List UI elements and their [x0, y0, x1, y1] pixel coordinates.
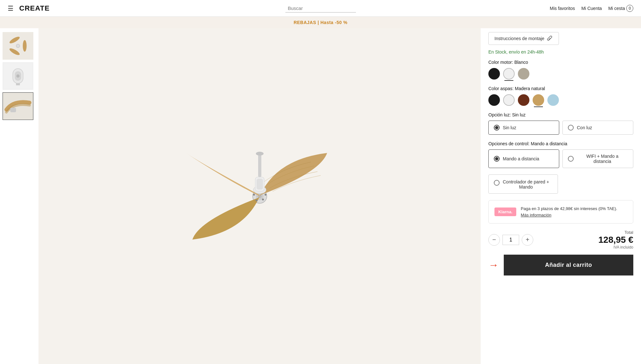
control-option-pared[interactable]: Controlador de pared +Mando — [488, 174, 558, 194]
thumbnail-2[interactable] — [3, 62, 33, 90]
svg-point-18 — [265, 194, 266, 196]
motor-swatch-blanco[interactable] — [503, 68, 515, 80]
header-nav: Mis favoritos Mi Cuenta Mi cesta 0 — [550, 5, 633, 12]
banner-text: REBAJAS | Hasta -50 % — [294, 20, 348, 25]
cart-link[interactable]: Mi cesta 0 — [608, 5, 633, 12]
stock-status: En Stock, envío en 24h-48h — [488, 49, 633, 55]
menu-icon[interactable]: ☰ — [8, 4, 13, 12]
account-link[interactable]: Mi Cuenta — [581, 6, 602, 11]
cart-label: Mi cesta — [608, 6, 625, 11]
total-label: Total — [598, 230, 633, 235]
svg-point-3 — [23, 40, 27, 52]
svg-rect-10 — [16, 83, 20, 85]
fan-svg — [167, 127, 353, 265]
arrow-icon: → — [488, 259, 499, 271]
thumbnail-3[interactable] — [3, 92, 33, 120]
con-luz-label: Con luz — [577, 125, 592, 130]
motor-swatch-gris[interactable] — [518, 68, 529, 80]
klarna-description: Paga en 3 plazos de 42,98€ sin intereses… — [521, 206, 617, 211]
add-to-cart-row: → Añadir al carrito — [488, 255, 633, 275]
logo: CREATE — [19, 4, 50, 13]
aspas-color-swatches — [488, 94, 633, 106]
total-tax: IVA incluido — [598, 245, 633, 250]
klarna-text: Paga en 3 plazos de 42,98€ sin intereses… — [521, 206, 617, 218]
aspas-swatch-blanco[interactable] — [503, 94, 515, 106]
svg-point-19 — [262, 199, 264, 200]
svg-point-26 — [256, 152, 264, 156]
quantity-input[interactable] — [502, 235, 519, 245]
motor-color-label: Color motor: Blanco — [488, 60, 633, 65]
wifi-label: WIFI + Mando a distancia — [577, 154, 628, 164]
thumb-image-3 — [4, 94, 32, 119]
thumbnail-1[interactable] — [3, 32, 33, 60]
aspas-swatch-azul[interactable] — [547, 94, 559, 106]
aspas-swatch-caoba[interactable] — [518, 94, 529, 106]
aspas-color-label: Color aspas: Madera natural — [488, 86, 633, 91]
quantity-controls: − + — [488, 234, 533, 246]
radio-pared — [494, 180, 500, 186]
wrench-icon — [547, 36, 553, 41]
svg-rect-12 — [10, 108, 16, 112]
mando-label: Mando a distancia — [503, 156, 539, 161]
control-options-row2: Controlador de pared +Mando — [488, 174, 633, 194]
total-area: Total 128,95 € IVA incluido — [598, 230, 633, 250]
thumb-image-2 — [4, 63, 32, 89]
header: ☰ CREATE Mis favoritos Mi Cuenta Mi cest… — [0, 0, 641, 17]
quantity-decrease-button[interactable]: − — [488, 234, 500, 246]
thumbnail-list — [0, 28, 38, 364]
radio-sin-luz — [494, 125, 500, 131]
svg-point-21 — [253, 194, 255, 196]
motor-color-swatches — [488, 68, 633, 80]
klarna-section: Klarna. Paga en 3 plazos de 42,98€ sin i… — [488, 200, 633, 224]
klarna-link[interactable]: Más información — [521, 213, 551, 217]
aspas-swatch-negro[interactable] — [488, 94, 500, 106]
control-options-row1: Mando a distancia WIFI + Mando a distanc… — [488, 149, 633, 168]
promo-banner: REBAJAS | Hasta -50 % — [0, 17, 641, 28]
favorites-link[interactable]: Mis favoritos — [550, 6, 575, 11]
pared-label: Controlador de pared +Mando — [503, 179, 549, 190]
search-input[interactable] — [285, 4, 356, 13]
main-product-image — [38, 28, 481, 364]
product-options-panel: Instrucciones de montaje En Stock, envío… — [481, 28, 641, 364]
total-price: 128,95 € — [598, 235, 633, 245]
control-label: Opciones de control: Mando a distancia — [488, 141, 633, 146]
add-to-cart-button[interactable]: Añadir al carrito — [504, 255, 633, 275]
svg-point-20 — [256, 199, 257, 201]
control-option-mando[interactable]: Mando a distancia — [488, 149, 559, 168]
buy-row: − + Total 128,95 € IVA incluido — [488, 230, 633, 250]
main-content: Instrucciones de montaje En Stock, envío… — [0, 28, 641, 364]
luz-options: Sin luz Con luz — [488, 121, 633, 135]
quantity-increase-button[interactable]: + — [522, 234, 533, 246]
radio-mando — [494, 156, 500, 162]
radio-con-luz — [568, 125, 574, 131]
klarna-logo: Klarna. — [494, 207, 516, 216]
luz-option-con-luz[interactable]: Con luz — [562, 121, 633, 135]
radio-wifi — [568, 156, 574, 162]
luz-label: Opción luz: Sin luz — [488, 112, 633, 117]
motor-swatch-negro[interactable] — [488, 68, 500, 80]
thumb-image-1 — [4, 33, 32, 58]
search-container — [285, 4, 356, 13]
cart-badge: 0 — [626, 5, 633, 12]
sin-luz-label: Sin luz — [503, 125, 516, 130]
instructions-label: Instrucciones de montaje — [494, 36, 544, 41]
svg-point-9 — [16, 74, 20, 78]
instructions-button[interactable]: Instrucciones de montaje — [488, 32, 559, 45]
svg-rect-24 — [257, 179, 263, 190]
luz-option-sin-luz[interactable]: Sin luz — [488, 121, 559, 135]
control-option-wifi[interactable]: WIFI + Mando a distancia — [562, 149, 633, 168]
aspas-swatch-natural[interactable] — [533, 94, 544, 106]
svg-rect-25 — [258, 153, 261, 177]
svg-point-5 — [16, 44, 20, 47]
